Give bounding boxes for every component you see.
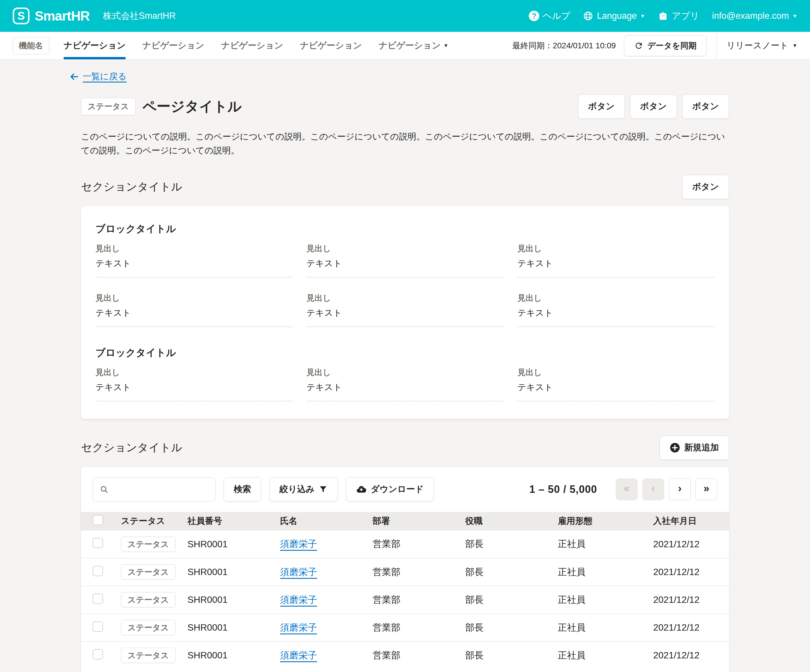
caret-down-icon: ▼ [640, 14, 645, 19]
employee-name-link[interactable]: 須磨栄子 [280, 650, 317, 660]
page-action-button-3[interactable]: ボタン [682, 95, 729, 119]
employee-id-cell: SHR0001 [179, 642, 272, 669]
employee-name-link[interactable]: 須磨栄子 [280, 594, 317, 605]
app-navi: 機能名 ナビゲーション ナビゲーション ナビゲーション ナビゲーション ナビゲー… [0, 32, 810, 60]
block-2: ブロックタイトル 見出しテキスト 見出しテキスト 見出しテキスト [96, 346, 714, 402]
release-note-label: リリースノート [727, 40, 788, 52]
column-header-name: 氏名 [272, 512, 364, 530]
pagination-prev-button[interactable]: ‹ [642, 478, 664, 500]
field-value: テキスト [306, 258, 503, 277]
field-label: 見出し [306, 243, 503, 254]
row-checkbox[interactable] [93, 621, 103, 632]
status-badge: ステータス [121, 592, 176, 608]
position-cell: 部長 [457, 586, 550, 614]
employee-name-link[interactable]: 須磨栄子 [280, 567, 317, 577]
chevron-right-icon: › [678, 483, 682, 495]
nav-tab-2[interactable]: ナビゲーション [142, 32, 204, 59]
nav-tab-3[interactable]: ナビゲーション [221, 32, 283, 59]
field: 見出しテキスト [306, 292, 503, 327]
table-bottom-spacer [81, 669, 729, 672]
page-description: このページについての説明。このページについての説明。このページについての説明。こ… [81, 130, 729, 157]
row-checkbox[interactable] [93, 538, 103, 548]
sync-data-label: データを同期 [647, 40, 697, 51]
apps-menu[interactable]: アプリ [658, 10, 699, 22]
field: 見出しテキスト [518, 243, 714, 277]
double-chevron-left-icon: « [624, 483, 629, 495]
back-to-list-link[interactable]: 一覧に戻る [69, 71, 127, 83]
nav-tab-label: ナビゲーション [379, 40, 440, 52]
column-header-employee-id: 社員番号 [179, 512, 272, 530]
department-cell: 営業部 [364, 586, 457, 614]
block-title: ブロックタイトル [96, 222, 714, 236]
page-action-button-2[interactable]: ボタン [630, 95, 677, 119]
release-note-menu[interactable]: リリースノート ▼ [727, 40, 797, 52]
pagination-range: 1 – 50 / 5,000 [529, 483, 597, 495]
back-link-label: 一覧に戻る [83, 71, 127, 83]
employment-type-cell: 正社員 [550, 614, 645, 642]
employee-name-link[interactable]: 須磨栄子 [280, 622, 317, 633]
nav-tab-label: ナビゲーション [221, 40, 283, 52]
field: 見出しテキスト [518, 292, 714, 327]
caret-down-icon: ▼ [792, 14, 797, 19]
add-new-button[interactable]: 新規追加 [660, 436, 729, 460]
search-button[interactable]: 検索 [224, 477, 261, 501]
cloud-download-icon [356, 484, 366, 495]
block-1: ブロックタイトル 見出しテキスト 見出しテキスト 見出しテキスト 見出しテキスト… [96, 222, 714, 327]
row-checkbox[interactable] [93, 649, 103, 660]
globe-icon [583, 11, 593, 21]
field-value: テキスト [518, 307, 714, 327]
table-row: ステータス SHR0001 須磨栄子 営業部 部長 正社員 2021/12/12 [81, 530, 729, 558]
block-title: ブロックタイトル [96, 346, 714, 360]
account-menu[interactable]: info@example.com ▼ [712, 11, 797, 21]
page-title: ページタイトル [143, 97, 242, 116]
nav-tab-4[interactable]: ナビゲーション [300, 32, 362, 59]
employee-id-cell: SHR0001 [179, 614, 272, 642]
field-label: 見出し [518, 243, 714, 254]
page-action-button-1[interactable]: ボタン [578, 95, 625, 119]
button-label: 絞り込み [279, 483, 314, 495]
table-row: ステータス SHR0001 須磨栄子 営業部 部長 正社員 2021/12/12 [81, 642, 729, 669]
pagination-next-button[interactable]: › [669, 478, 691, 500]
employee-name-link[interactable]: 須磨栄子 [280, 539, 317, 549]
button-label: ボタン [692, 181, 719, 193]
download-button[interactable]: ダウンロード [346, 477, 434, 501]
sync-data-button[interactable]: データを同期 [624, 35, 707, 56]
department-cell: 営業部 [364, 530, 457, 558]
column-header-department: 部署 [364, 512, 457, 530]
apps-label: アプリ [672, 10, 699, 22]
select-all-checkbox[interactable] [93, 515, 103, 525]
joined-date-cell: 2021/12/12 [645, 558, 729, 586]
filter-button[interactable]: 絞り込み [269, 477, 338, 501]
nav-tab-5-dropdown[interactable]: ナビゲーション ▼ [379, 32, 448, 59]
section-button[interactable]: ボタン [682, 175, 729, 199]
nav-tab-1[interactable]: ナビゲーション [64, 32, 126, 59]
table-header-row: ステータス 社員番号 氏名 部署 役職 雇用形態 入社年月日 [81, 512, 729, 530]
employee-id-cell: SHR0001 [179, 586, 272, 614]
table-card: 検索 絞り込み ダウンロード 1 – 50 / 5,000 « ‹ › » [81, 467, 729, 672]
tenant-name: 株式会社SmartHR [103, 10, 176, 22]
table-row: ステータス SHR0001 須磨栄子 営業部 部長 正社員 2021/12/12 [81, 586, 729, 614]
help-menu[interactable]: ? ヘルプ [529, 10, 570, 22]
field: 見出しテキスト [306, 243, 503, 277]
nav-tab-label: ナビゲーション [142, 40, 204, 52]
button-label: ダウンロード [371, 483, 424, 495]
row-checkbox[interactable] [93, 594, 103, 604]
language-menu[interactable]: Language ▼ [583, 11, 645, 21]
chevron-left-icon: ‹ [651, 483, 655, 495]
field-value: テキスト [518, 382, 714, 402]
filter-funnel-icon [319, 485, 328, 494]
row-checkbox[interactable] [93, 566, 103, 576]
field-label: 見出し [518, 367, 714, 378]
field-label: 見出し [306, 292, 503, 304]
table-row: ステータス SHR0001 須磨栄子 営業部 部長 正社員 2021/12/12 [81, 614, 729, 642]
pagination-first-button[interactable]: « [616, 478, 638, 500]
field-label: 見出し [96, 292, 292, 304]
status-badge: ステータス [121, 564, 176, 580]
department-cell: 営業部 [364, 614, 457, 642]
joined-date-cell: 2021/12/12 [645, 614, 729, 642]
caret-down-icon: ▼ [444, 43, 448, 48]
refresh-icon [634, 41, 643, 51]
smarthr-logo[interactable]: S SmartHR [13, 8, 89, 24]
pagination-last-button[interactable]: » [695, 478, 717, 500]
search-input[interactable] [113, 485, 208, 494]
